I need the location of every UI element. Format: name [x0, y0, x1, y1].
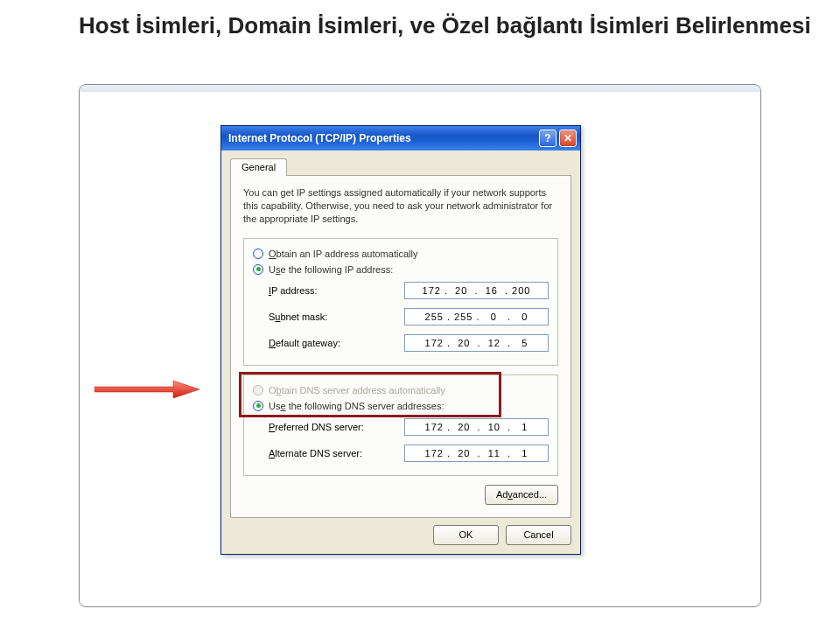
dialog-button-row: OK Cancel: [221, 525, 580, 554]
radio-use-following-ip[interactable]: Use the following IP address:: [253, 262, 549, 277]
close-icon: ✕: [564, 132, 572, 144]
dns-group: Obtain DNS server address automatically …: [243, 374, 558, 476]
radio-label: Obtain an IP address automatically: [269, 248, 417, 259]
radio-obtain-ip-auto[interactable]: Obtain an IP address automatically: [253, 246, 549, 262]
preferred-dns-row: Preferred DNS server:: [253, 414, 549, 440]
ip-address-row: IP address:: [253, 277, 549, 304]
default-gateway-input[interactable]: [404, 334, 549, 352]
ip-address-label: IP address:: [269, 285, 404, 296]
dialog-title: Internet Protocol (TCP/IP) Properties: [228, 132, 536, 144]
tcpip-properties-dialog: Internet Protocol (TCP/IP) Properties ? …: [220, 125, 581, 555]
subnet-mask-label: Subnet mask:: [269, 312, 404, 322]
alternate-dns-input[interactable]: [404, 444, 549, 462]
alternate-dns-row: Alternate DNS server:: [253, 440, 549, 466]
ok-button[interactable]: OK: [433, 525, 499, 545]
preferred-dns-input[interactable]: [404, 418, 549, 436]
subnet-mask-input[interactable]: [404, 308, 549, 326]
preferred-dns-label: Preferred DNS server:: [269, 422, 404, 432]
radio-label: Obtain DNS server address automatically: [269, 385, 445, 396]
subnet-mask-row: Subnet mask:: [253, 304, 549, 330]
help-button[interactable]: ?: [539, 130, 556, 147]
cancel-button[interactable]: Cancel: [506, 525, 571, 545]
alternate-dns-label: Alternate DNS server:: [269, 448, 404, 458]
radio-use-following-dns[interactable]: Use the following DNS server addresses:: [253, 398, 549, 414]
dialog-titlebar[interactable]: Internet Protocol (TCP/IP) Properties ? …: [221, 126, 580, 150]
radio-icon: [253, 264, 263, 275]
advanced-button[interactable]: Advanced...: [485, 485, 558, 505]
svg-marker-0: [94, 381, 200, 398]
description-text: You can get IP settings assigned automat…: [243, 186, 558, 226]
close-button[interactable]: ✕: [559, 130, 577, 147]
radio-label: Use the following DNS server addresses:: [269, 401, 444, 411]
default-gateway-row: Default gateway:: [253, 330, 549, 356]
tab-page-general: You can get IP settings assigned automat…: [230, 175, 571, 518]
radio-obtain-dns-auto: Obtain DNS server address automatically: [253, 382, 549, 398]
radio-icon: [253, 401, 263, 411]
slide-title: Host İsimleri, Domain İsimleri, ve Özel …: [79, 13, 840, 39]
ip-address-input[interactable]: [404, 282, 549, 299]
tab-general[interactable]: General: [230, 158, 287, 176]
radio-icon: [253, 385, 263, 396]
ip-address-group: Obtain an IP address automatically Use t…: [243, 238, 558, 366]
default-gateway-label: Default gateway:: [269, 338, 404, 348]
pointer-arrow-icon: [94, 381, 200, 398]
radio-label: Use the following IP address:: [269, 264, 393, 275]
radio-icon: [253, 248, 263, 259]
